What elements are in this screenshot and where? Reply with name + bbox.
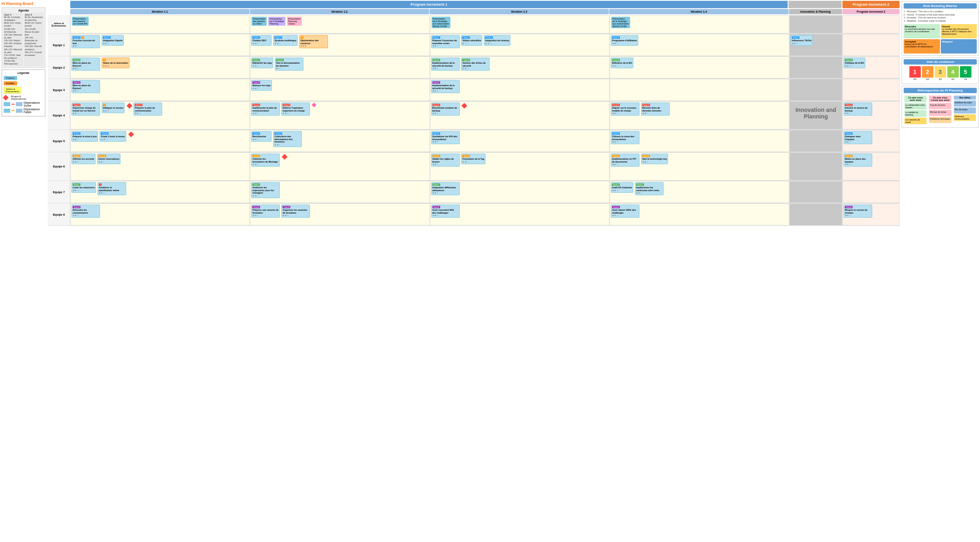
t3-pi2	[842, 79, 900, 101]
t6-pi2-card1: Team6 Mettre en place des équipes ★ ★ ☆	[844, 154, 872, 167]
retro-disliked-title: Ce que vous n'avez pas aimé	[929, 96, 951, 102]
t8-i4-card1: Team8 Avoir atteint 100% des challenges …	[611, 205, 639, 218]
team-row-4: Equipe 4 Team4 Superviser charge de trav…	[48, 101, 900, 130]
dep-sortie: Dépendance Sortie	[4, 101, 43, 107]
t4-i2-card1: Team4 Implémenter la plan de communicati…	[251, 103, 280, 116]
dep-faible-line-icon	[11, 110, 15, 111]
t5-pi2: Team5 Dialoguer avec l'équipes ★ ★ ☆	[842, 130, 900, 152]
t3-i3-card1: Team3 Implémentation de la sécurité de b…	[431, 80, 460, 93]
jalons-label: Jalons &Événements	[48, 15, 70, 33]
t8-i2-card1: Team8 Préparer une session de formation …	[251, 205, 280, 218]
ip-header: Innovation & Planning	[789, 9, 842, 14]
t2-pi2: Team2 Politique de la BO ★ ★ ☆	[842, 56, 900, 78]
risk-resolved-text: La prochaine itération lors des réunions…	[905, 28, 939, 33]
t6-i4-card1: Team6 Implémentation un PTI de documents…	[611, 154, 639, 167]
team8-label: Equipe 8	[48, 203, 70, 225]
legend-jalons: Jalons &Événements	[4, 87, 43, 94]
team-row-7: Equipe 7 Team7 Lister les entonnoirs ★ ★…	[48, 181, 900, 203]
t1-iter3: Team1 Préparer l'ouverture de nouvelles …	[430, 34, 610, 56]
vote-col-3: 3 3/4	[935, 66, 946, 80]
risk-diamond-t6	[282, 154, 287, 160]
risk-legend-3: 3 - Accepted - The risk cannot be resolv…	[904, 16, 977, 20]
jalon-card-4: PrésentationPlanningClients	[287, 17, 302, 26]
left-sidebar: PI Planning Board Agenda Jour 1 8h-9h: C…	[0, 0, 47, 542]
retro-disliked-col: Ce que vous n'avez pas aimé Trop de réun…	[928, 95, 952, 126]
t6-i1-card1: Team6 Afficher les accords ★ ★ ☆	[71, 154, 96, 164]
retro-liked-title: Ce que vous avez aimé	[904, 96, 927, 102]
retro-liked-1: La collaboration entre équipes	[904, 103, 927, 109]
jour2-column: Jour 2 8h-9h: Ajustement du planning 9h3…	[24, 13, 44, 66]
t6-iter4: Team6 Implémentation un PTI de documents…	[610, 152, 789, 181]
t1-i2-card1: Team1 Chatbot SEO ★ ★ ☆	[251, 35, 272, 46]
dep-faible: Dépendance Faible	[4, 108, 43, 114]
jalon-card-1: Présentationdes besoinsau Comité RH	[72, 17, 89, 26]
jalons-iter2: Présentationdes besoinsau Client Présent…	[250, 15, 430, 33]
jour2-items: 8h-9h: Ajustement du planning 9h30-11h: …	[25, 16, 43, 57]
team7-label: Equipe 7	[48, 181, 70, 203]
jalons-pi2	[842, 15, 900, 33]
retro-disliked-2: Manque de temps	[929, 110, 951, 116]
vote-box: Vote de confiance 1 0/4 2 0/4 3 3/4 4 0/…	[902, 57, 979, 84]
t7-iter4: Team7 Audit DX d'atteinte ★ ★ ☆ Team7 Im…	[610, 181, 789, 203]
t7-i2-card1: Team7 Améliorer les trajectoires pour le…	[251, 182, 280, 198]
retro-liked-3: Les sessions de travail	[904, 118, 927, 124]
vote-box-2: 2	[922, 66, 933, 78]
jour1-items: 8h-9h: Contexte stratégique 9h30-11h: Vi…	[4, 16, 22, 65]
risk-legend-1: 1 - Résoudre - The risk is not a problem	[904, 10, 977, 13]
t1-pi2	[842, 34, 900, 56]
t5-iter4: Team5 Clôturer la revue des écosystèmes …	[610, 130, 789, 152]
t6-iter2: Team6 Collecter les formulaires de Monta…	[250, 152, 430, 181]
t4-ip: Innovation and Planning	[789, 101, 842, 129]
risk-mitigated-cell: Mitigated	[941, 39, 977, 54]
t1-i3-card1: Team1 Préparer l'ouverture de nouvelles …	[431, 35, 460, 48]
jalons-badge: Jalons &Événements	[4, 87, 21, 94]
t5-i4-card1: Team5 Clôturer la revue des écosystèmes …	[611, 131, 639, 144]
retro-idea-1: Améliorer les outils	[954, 100, 976, 107]
t2-i1-card1: Team2 Mise en place du Ressort ★ ★ ☆	[71, 58, 100, 71]
legend-risk: Risque &Dépendances	[4, 95, 43, 100]
t1-i1-card2: Team1 Intégration Algolia ★ ★ ☆	[102, 35, 124, 46]
team-spacer	[48, 1, 70, 8]
dep-target-icon	[16, 102, 22, 106]
legend-box: Légende Feature Enabler Jalons &Événemen…	[2, 69, 45, 116]
t8-iter1: Team8 Résoudre les commentaires ★ ★ ☆	[70, 203, 250, 225]
t8-i2-card2: Team8 Organiser les sessions de formatio…	[281, 205, 310, 218]
t1-i1-card1: Team1T Fonction correcte du test ★ ★ ☆	[71, 35, 100, 48]
t3-ip	[789, 79, 842, 101]
t8-pi2: Team8 Bloquer le succès de champs ★ ★ ☆	[842, 203, 900, 225]
retro-box: Rétrospective du PI Planning Ce que vous…	[902, 86, 979, 128]
team-row-1: Equipe 1 Team1T Fonction correcte du tes…	[48, 34, 900, 56]
risk-diamond-icon	[3, 95, 9, 100]
vote-title: Vote de confiance	[904, 59, 977, 65]
t2-i2-card1: Team2 Rafraîchir les logs ★ ★ ☆	[251, 58, 273, 68]
team-row-6: Equipe 6 Team6 Afficher les accords ★ ★ …	[48, 152, 900, 181]
t7-ip	[789, 181, 842, 203]
t2-i3-card2: Team2 Gestion des fiches de sécurité ★ ★…	[461, 58, 490, 71]
risk-accepted-cell: Accepted Impact de la NPT2 en consultati…	[904, 39, 940, 54]
risk-matrix-box: Risk Roaming Matrice 1 - Résoudre - The …	[902, 1, 979, 56]
jalons-ip	[789, 15, 842, 33]
t5-i1-card1: Team5 Préparer la mise à jour ★ ★ ☆	[71, 131, 98, 142]
legend-title: Légende	[4, 71, 43, 74]
t2-i4-card1: Team2 Définition de la BO ★ ★ ☆	[611, 58, 633, 68]
t7-iter3: Team7 Intégration différentes utilisateu…	[430, 181, 610, 203]
jalon-card-6: Présentationde la Stratégieaux actionnai…	[611, 17, 630, 28]
app-title: PI Planning Board	[2, 2, 45, 6]
retro-ideas-title: Vos idées	[954, 96, 976, 100]
team6-label: Equipe 6	[48, 152, 70, 181]
t4-i3-card1: Team4 Benchmark solution de backup ★ ★ ☆	[431, 103, 460, 116]
jalons-iter4: Présentationde la Stratégieaux actionnai…	[610, 15, 789, 33]
t1-ip-card1: Team1 Influenceur TikTok ★ ★ ☆	[791, 35, 813, 46]
right-panel: Risk Roaming Matrice 1 - Résoudre - The …	[900, 0, 980, 542]
t2-iter4: Team2 Définition de la BO ★ ★ ☆	[610, 56, 789, 78]
retro-ideas-col: Vos idées Améliorer les outils Plus de t…	[953, 95, 977, 126]
risk-legend-4: 4 - Mitigated - Formulate a plan to miti…	[904, 20, 977, 23]
t8-iter2: Team8 Préparer une session de formation …	[250, 203, 430, 225]
t4-pi2-card1: Team4 Générer le service de backup ★ ★ ☆	[844, 103, 872, 116]
t7-i4-card2: Team7 Implémenter les conformes alors si…	[635, 182, 664, 195]
t1-i2-card3: T Optimisation des contenus ★ ★ ★	[299, 35, 328, 48]
pi2-header: Program Increment 2	[842, 1, 900, 8]
vote-label-3: 3/4	[939, 78, 942, 80]
dep-box-icon	[4, 102, 10, 106]
team4-label: Equipe 4	[48, 101, 70, 129]
